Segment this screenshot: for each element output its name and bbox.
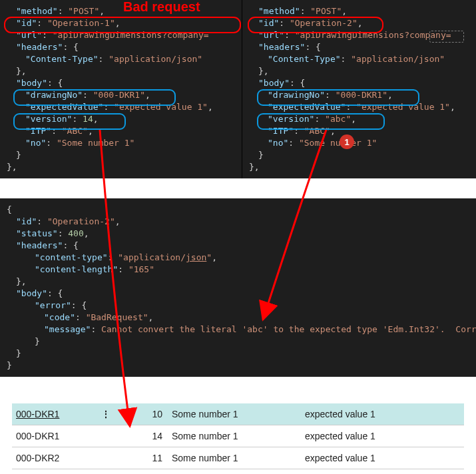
expected-cell: expected value 1 (305, 409, 464, 419)
table-row[interactable]: 000-DKR2 11 Some number 1 expected value… (12, 447, 464, 469)
json-value: "ABC" (62, 126, 88, 136)
json-value: "application/ (118, 252, 186, 262)
json-key: "Content-Type" (25, 54, 99, 64)
json-key: "id" (16, 18, 37, 28)
json-key: "ITP" (25, 126, 51, 136)
json-key: "version" (268, 114, 314, 124)
json-value: "POST" (68, 6, 99, 16)
code-pane-right[interactable]: "method": "POST", "id": "Operation-2", "… (242, 0, 476, 178)
expected-cell: expected value 1 (305, 453, 464, 463)
annotation-badge-1: 1 (340, 134, 354, 149)
code-response-pane[interactable]: { "id": "Operation-2", "status": 400, "h… (0, 198, 476, 377)
table-row[interactable]: 000-DKR1 ⋮ 10 Some number 1 expected val… (12, 403, 464, 425)
json-key: "content-type" (35, 252, 108, 262)
json-key: "code" (44, 312, 75, 322)
code-pane-left[interactable]: "method": "POST", "id": "Operation-1", "… (0, 0, 242, 178)
json-key: "url" (258, 30, 284, 40)
json-key: "version" (25, 114, 72, 124)
json-value: "apiDrawingDimensions?company= (295, 30, 451, 40)
json-key: "expectedValue" (25, 102, 103, 112)
json-value: "Some number 1" (57, 138, 134, 148)
json-value: "Operation-1" (47, 18, 115, 28)
error-message: Cannot convert the literal 'abc' to the … (101, 324, 476, 334)
data-table: 000-DKR1 ⋮ 10 Some number 1 expected val… (12, 403, 464, 469)
json-key: "no" (25, 138, 46, 148)
json-value: "Operation-2" (290, 18, 357, 28)
json-value: "000-DKR1" (336, 90, 387, 100)
json-value: "expected value 1" (114, 102, 208, 112)
json-key: "headers" (16, 240, 63, 250)
json-key: "body" (16, 288, 47, 298)
json-value: "abc" (325, 114, 351, 124)
json-value: "apiDrawingDimensions?company= (53, 30, 209, 40)
json-value: "Some number 1" (299, 138, 377, 148)
table-row[interactable]: 000-DKR1 14 Some number 1 expected value… (12, 425, 464, 447)
json-key: "content-length" (35, 264, 118, 274)
number-cell: Some number 1 (172, 431, 305, 441)
json-value: "expected value 1" (356, 102, 450, 112)
version-cell: 14 (116, 431, 172, 441)
json-key: "id" (16, 216, 37, 226)
json-key: "Content-Type" (268, 54, 341, 64)
json-value: "Operation-2" (47, 216, 115, 226)
json-key: "drawingNo" (25, 90, 83, 100)
json-key: "error" (35, 300, 71, 310)
json-value: "165" (128, 264, 154, 274)
json-key: "expectedValue" (268, 102, 346, 112)
json-key: "url" (16, 30, 42, 40)
json-value: "application/json" (109, 54, 202, 64)
json-key: "drawingNo" (268, 90, 325, 100)
json-value: 14 (83, 114, 93, 124)
json-key: "ITP" (268, 126, 294, 136)
json-key: "message" (44, 324, 91, 334)
json-value: "ABC" (304, 126, 330, 136)
drawing-no-cell[interactable]: 000-DKR2 (12, 453, 96, 463)
json-key: "method" (258, 6, 300, 16)
json-key: "id" (258, 18, 279, 28)
json-key: "no" (268, 138, 288, 148)
code-request-compare: Bad request "method": "POST", "id": "Ope… (0, 0, 476, 178)
json-value: "BadRequest" (86, 312, 148, 322)
json-value-underlined: json (186, 252, 206, 262)
json-value: 400 (68, 228, 83, 238)
number-cell: Some number 1 (172, 409, 305, 419)
json-key: "body" (258, 78, 290, 88)
json-key: "headers" (258, 42, 305, 52)
drawing-no-cell[interactable]: 000-DKR1 (12, 409, 96, 419)
json-key: "method" (16, 6, 58, 16)
json-key: "body" (16, 78, 47, 88)
number-cell: Some number 1 (172, 453, 305, 463)
json-key: "status" (16, 228, 58, 238)
json-value: "000-DKR1" (93, 90, 145, 100)
version-cell: 11 (116, 453, 172, 463)
row-menu-icon[interactable]: ⋮ (96, 409, 116, 419)
json-value: "application/json" (351, 54, 445, 64)
version-cell: 10 (116, 409, 172, 419)
json-value: "POST" (310, 6, 342, 16)
expected-cell: expected value 1 (305, 431, 464, 441)
json-key: "headers" (16, 42, 63, 52)
drawing-no-cell[interactable]: 000-DKR1 (12, 431, 96, 441)
